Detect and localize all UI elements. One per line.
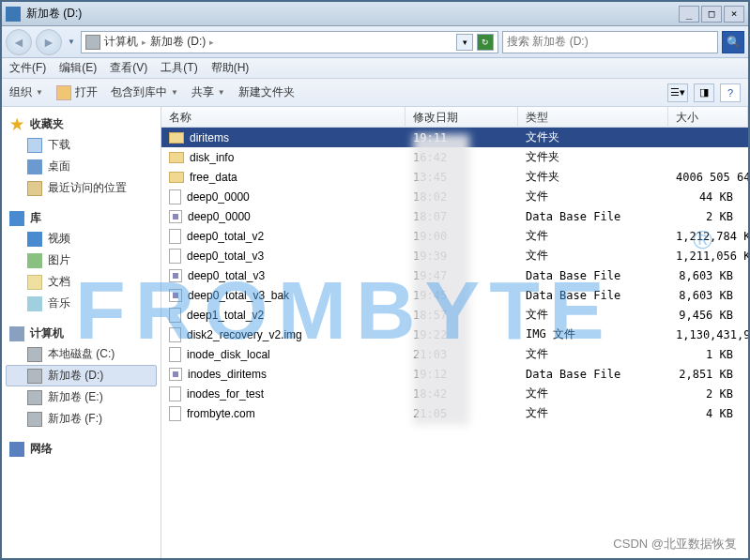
file-size: 8,603 KB [668, 269, 748, 282]
db-icon [169, 269, 182, 282]
table-row[interactable]: free_data13:45文件夹4006 505 646 [161, 167, 748, 187]
breadcrumb-separator-icon[interactable]: ▸ [142, 38, 146, 47]
file-date: 18:02 [406, 190, 518, 204]
table-row[interactable]: deep0_total_v319:39文件1,211,056 KB [161, 246, 748, 265]
table-row[interactable]: deep0_000018:02文件44 KB [161, 187, 748, 206]
file-name: inode_disk_local [187, 348, 270, 361]
sidebar-item-videos[interactable]: 视频 [6, 228, 157, 250]
share-button[interactable]: 共享▼ [191, 84, 225, 100]
sidebar-item-disk-e[interactable]: 新加卷 (E:) [6, 386, 157, 408]
recent-icon [27, 181, 42, 196]
table-row[interactable]: deep0_total_v3_bak19:45Data Base File8,6… [161, 285, 748, 305]
file-date: 19:11 [406, 131, 518, 144]
file-date: 18:42 [406, 387, 518, 401]
column-size[interactable]: 大小 [668, 107, 748, 129]
menu-help[interactable]: 帮助(H) [211, 60, 250, 76]
disk-icon [27, 347, 42, 362]
view-options-button[interactable]: ☰▾ [667, 83, 688, 102]
sidebar-item-documents[interactable]: 文档 [6, 271, 157, 293]
forward-button[interactable]: ► [36, 29, 62, 55]
explorer-window: 新加卷 (D:) _ □ × ◄ ► ▼ 计算机 ▸ 新加卷 (D:) ▸ ▾ … [0, 0, 750, 560]
file-icon [169, 308, 181, 323]
sidebar-network[interactable]: 网络 [6, 439, 157, 459]
table-row[interactable]: diritems19:11文件夹 [161, 128, 748, 147]
menu-edit[interactable]: 编辑(E) [59, 60, 97, 76]
breadcrumb[interactable]: 计算机 [104, 34, 138, 50]
include-library-button[interactable]: 包含到库中▼ [111, 84, 178, 100]
maximize-button[interactable]: □ [701, 6, 722, 23]
sidebar-libraries[interactable]: 库 [6, 208, 157, 228]
address-dropdown-button[interactable]: ▾ [456, 34, 473, 51]
table-row[interactable]: deep1_total_v218:57文件9,456 KB [161, 305, 748, 325]
help-button[interactable]: ? [720, 83, 741, 102]
sidebar-item-disk-c[interactable]: 本地磁盘 (C:) [6, 343, 157, 365]
credit-text: CSDN @北亚数据恢复 [613, 536, 737, 552]
file-name: deep1_total_v2 [187, 309, 264, 322]
table-row[interactable]: inodes_diritems19:12Data Base File2,851 … [161, 364, 748, 384]
search-input[interactable]: 搜索 新加卷 (D:) [502, 31, 718, 53]
menu-file[interactable]: 文件(F) [9, 60, 46, 76]
minimize-button[interactable]: _ [679, 6, 699, 23]
titlebar[interactable]: 新加卷 (D:) _ □ × [2, 2, 748, 26]
breadcrumb[interactable]: 新加卷 (D:) [150, 34, 206, 50]
menu-tools[interactable]: 工具(T) [161, 60, 197, 76]
sidebar-item-disk-f[interactable]: 新加卷 (F:) [6, 408, 157, 430]
organize-button[interactable]: 组织▼ [9, 84, 43, 100]
file-type: 文件 [518, 248, 668, 264]
search-button[interactable]: 🔍 [722, 31, 744, 53]
file-name: inodes_for_test [187, 387, 264, 401]
nav-history-dropdown[interactable]: ▼ [66, 31, 77, 53]
sidebar-item-downloads[interactable]: 下载 [6, 134, 157, 156]
sidebar-item-recent[interactable]: 最近访问的位置 [6, 177, 157, 199]
file-type: Data Base File [518, 289, 668, 302]
file-type: 文件 [518, 189, 668, 204]
file-name: deep0_total_v3 [187, 250, 264, 263]
address-bar[interactable]: 计算机 ▸ 新加卷 (D:) ▸ ▾ ↻ [81, 31, 498, 53]
file-icon [169, 386, 181, 401]
file-size: 8,603 KB [668, 289, 748, 302]
sidebar-item-pictures[interactable]: 图片 [6, 250, 157, 271]
file-type: Data Base File [518, 368, 668, 381]
table-row[interactable]: inodes_for_test18:42文件2 KB [161, 384, 748, 403]
file-date: 21:05 [406, 407, 518, 420]
folder-icon [169, 152, 184, 163]
file-date: 19:22 [406, 328, 518, 341]
table-row[interactable]: frombyte.com21:05文件4 KB [161, 403, 748, 423]
breadcrumb-separator-icon[interactable]: ▸ [209, 38, 214, 47]
file-list[interactable]: diritems19:11文件夹disk_info16:42文件夹free_da… [161, 128, 748, 558]
db-icon [169, 289, 182, 302]
sidebar-item-music[interactable]: 音乐 [6, 293, 157, 314]
document-icon [27, 275, 42, 290]
table-row[interactable]: deep0_total_v219:00文件1,212,784 KB [161, 226, 748, 246]
preview-pane-button[interactable]: ◨ [694, 83, 714, 102]
table-row[interactable]: disk2_recovery_v2.img19:22IMG 文件1,130,43… [161, 325, 748, 344]
table-row[interactable]: disk_info16:42文件夹 [161, 147, 748, 167]
file-size: 2,851 KB [668, 368, 748, 381]
table-row[interactable]: inode_disk_local21:03文件1 KB [161, 344, 748, 364]
new-folder-button[interactable]: 新建文件夹 [238, 84, 295, 100]
sidebar-item-disk-d[interactable]: 新加卷 (D:) [6, 365, 157, 386]
refresh-button[interactable]: ↻ [477, 34, 494, 51]
back-button[interactable]: ◄ [6, 29, 32, 55]
close-button[interactable]: × [724, 6, 744, 23]
table-row[interactable]: deep0_total_v319:47Data Base File8,603 K… [161, 265, 748, 285]
file-type: 文件夹 [518, 169, 668, 185]
open-button[interactable]: 打开 [56, 84, 98, 100]
column-date[interactable]: 修改日期 [406, 107, 518, 129]
file-date: 19:47 [406, 269, 518, 282]
file-size: 9,456 KB [668, 309, 748, 322]
column-name[interactable]: 名称 [161, 107, 406, 129]
table-row[interactable]: deep0_000018:07Data Base File2 KB [161, 206, 748, 226]
column-type[interactable]: 类型 [518, 107, 668, 129]
star-icon: ★ [9, 117, 24, 132]
file-date: 19:00 [406, 230, 518, 243]
menu-view[interactable]: 查看(V) [110, 60, 147, 76]
file-size: 1 KB [668, 348, 748, 361]
file-type: 文件 [518, 405, 668, 421]
folder-icon [169, 172, 184, 183]
sidebar-item-desktop[interactable]: 桌面 [6, 156, 157, 177]
disk-icon [27, 369, 42, 384]
file-icon [169, 189, 181, 204]
sidebar-computer[interactable]: 计算机 [6, 324, 157, 343]
sidebar-favorites[interactable]: ★收藏夹 [6, 114, 157, 134]
